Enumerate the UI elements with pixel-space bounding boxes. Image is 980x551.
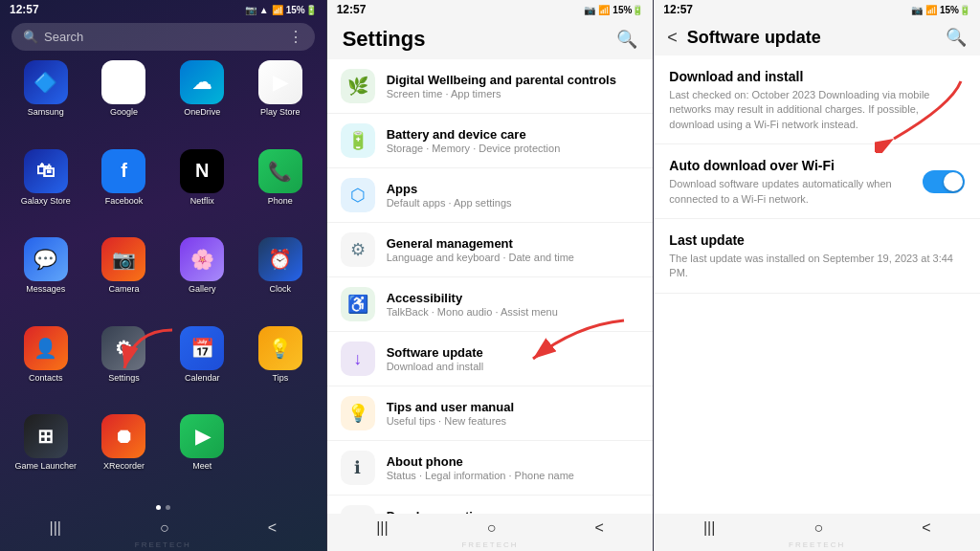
app-icon-galaxystore: 🛍	[24, 149, 68, 193]
settings-sub-digitalwellbeing: Screen time · App timers	[387, 88, 640, 99]
app-item-tips[interactable]: 💡Tips	[244, 326, 317, 409]
toggle-autodownload[interactable]	[923, 170, 965, 193]
watermark-2: FREETECH	[327, 540, 654, 551]
app-item-clock[interactable]: ⏰Clock	[244, 237, 317, 320]
battery-icon-2: 15%🔋	[612, 5, 643, 15]
back-button[interactable]: <	[667, 28, 678, 48]
nav-home-icon[interactable]: ○	[160, 519, 169, 537]
app-item-messages[interactable]: 💬Messages	[10, 237, 82, 320]
app-label-facebook: Facebook	[105, 196, 144, 206]
settings-item-aboutphone[interactable]: ℹAbout phoneStatus · Legal information ·…	[327, 441, 654, 496]
app-item-gallery[interactable]: 🌸Gallery	[166, 237, 238, 320]
app-label-gallery: Gallery	[189, 284, 216, 294]
settings-item-softwareupdate[interactable]: ↓Software updateDownload and install	[327, 332, 654, 386]
sw-section-autodownload: Auto download over Wi-FiDownload softwar…	[654, 144, 980, 219]
nav-bar-panel3: ||| ○ <	[654, 514, 980, 540]
settings-name-battery: Battery and device care	[387, 127, 640, 142]
app-item-phone[interactable]: 📞Phone	[244, 149, 317, 232]
settings-search-icon[interactable]: 🔍	[616, 29, 637, 50]
software-update-panel: 12:57 📷 📶 15%🔋 < Software update 🔍 Downl…	[654, 0, 980, 551]
app-item-xrecorder[interactable]: ⏺XRecorder	[88, 414, 161, 497]
app-label-clock: Clock	[270, 284, 292, 294]
app-label-xrecorder: XRecorder	[103, 461, 145, 471]
settings-item-tips[interactable]: 💡Tips and user manualUseful tips · New f…	[327, 386, 654, 441]
settings-name-aboutphone: About phone	[387, 454, 640, 469]
settings-item-accessibility[interactable]: ♿AccessibilityTalkBack · Mono audio · As…	[327, 277, 654, 332]
settings-list: 🌿Digital Wellbeing and parental controls…	[327, 59, 654, 514]
app-label-galaxystore: Galaxy Store	[21, 196, 71, 206]
settings-icon-tips: 💡	[341, 396, 375, 430]
settings-icon-accessibility: ♿	[341, 287, 375, 321]
sw-search-icon[interactable]: 🔍	[946, 27, 967, 48]
settings-icon-general: ⚙	[341, 232, 375, 267]
sw-section-sub-lastupdate: The last update was installed on Septemb…	[669, 252, 965, 281]
nav-back-icon-3[interactable]: <	[922, 519, 930, 537]
app-item-playstore[interactable]: ▶Play Store	[244, 60, 317, 143]
nav-recent-icon[interactable]: |||	[50, 519, 61, 537]
settings-text-aboutphone: About phoneStatus · Legal information · …	[387, 454, 640, 481]
app-label-meet: Meet	[192, 461, 212, 471]
app-icon-calendar: 📅	[180, 326, 224, 370]
settings-sub-aboutphone: Status · Legal information · Phone name	[387, 470, 640, 481]
app-label-phone: Phone	[268, 196, 293, 206]
settings-item-general[interactable]: ⚙General managementLanguage and keyboard…	[327, 223, 654, 277]
app-icon-gallery: 🌸	[180, 237, 224, 281]
app-icon-gamelauncher: ⊞	[24, 414, 68, 458]
settings-name-general: General management	[387, 236, 640, 251]
app-icon-google: G	[101, 60, 145, 104]
settings-text-general: General managementLanguage and keyboard …	[387, 236, 640, 263]
settings-panel: 12:57 📷 📶 15%🔋 Settings 🔍 🌿Digital Wellb…	[327, 0, 654, 551]
app-item-calendar[interactable]: 📅Calendar	[166, 326, 238, 409]
time-display-3: 12:57	[663, 3, 693, 16]
camera-indicator-icon-2: 📷	[584, 5, 595, 15]
app-item-google[interactable]: GGoogle	[88, 60, 161, 143]
app-label-netflix: Netflix	[190, 196, 214, 206]
app-icon-camera: 📷	[101, 237, 145, 281]
sw-section-downloadinstall[interactable]: Download and installLast checked on: Oct…	[654, 55, 980, 144]
status-icons-3: 📷 📶 15%🔋	[911, 5, 970, 15]
nav-recent-icon-3[interactable]: |||	[703, 519, 715, 537]
settings-icon-battery: 🔋	[341, 123, 375, 158]
nav-home-icon-2[interactable]: ○	[487, 519, 497, 537]
app-item-camera[interactable]: 📷Camera	[88, 237, 161, 320]
nav-home-icon-3[interactable]: ○	[813, 519, 823, 537]
app-item-galaxystore[interactable]: 🛍Galaxy Store	[10, 149, 82, 232]
app-item-contacts[interactable]: 👤Contacts	[10, 326, 82, 409]
settings-name-tips: Tips and user manual	[387, 400, 640, 414]
app-icon-clock: ⏰	[258, 237, 302, 281]
settings-item-apps[interactable]: ⬡AppsDefault apps · App settings	[327, 168, 654, 223]
nav-back-icon-2[interactable]: <	[594, 519, 603, 537]
settings-text-apps: AppsDefault apps · App settings	[387, 182, 640, 209]
app-item-settings[interactable]: ⚙Settings	[88, 326, 161, 409]
app-icon-playstore: ▶	[258, 60, 302, 104]
sw-section-title-autodownload: Auto download over Wi-Fi	[669, 158, 911, 173]
sw-section-lastupdate: Last updateThe last update was installed…	[654, 219, 980, 294]
page-indicator	[0, 501, 326, 514]
nav-back-icon[interactable]: <	[268, 519, 277, 537]
app-item-onedrive[interactable]: ☁OneDrive	[166, 60, 238, 143]
app-item-gamelauncher[interactable]: ⊞Game Launcher	[10, 414, 82, 497]
more-options-icon[interactable]: ⋮	[288, 28, 303, 46]
app-label-google: Google	[110, 107, 138, 117]
nav-recent-icon-2[interactable]: |||	[376, 519, 388, 537]
app-icon-samsung: 🔷	[24, 60, 68, 104]
app-item-netflix[interactable]: NNetflix	[166, 149, 238, 232]
app-icon-meet: ▶	[180, 414, 224, 458]
settings-sub-battery: Storage · Memory · Device protection	[387, 143, 640, 154]
settings-item-developer[interactable]: ⚙Developer optionsDeveloper options	[327, 496, 654, 514]
signal-icon-3: 📶	[925, 5, 937, 15]
app-label-tips: Tips	[273, 373, 289, 383]
app-item-meet[interactable]: ▶Meet	[166, 414, 238, 497]
app-item-samsung[interactable]: 🔷Samsung	[10, 60, 82, 143]
settings-item-battery[interactable]: 🔋Battery and device careStorage · Memory…	[327, 114, 654, 168]
app-item-facebook[interactable]: fFacebook	[88, 149, 161, 232]
app-icon-facebook: f	[101, 149, 145, 193]
app-label-contacts: Contacts	[29, 373, 63, 383]
app-grid: 🔷SamsungGGoogle☁OneDrive▶Play Store🛍Gala…	[0, 56, 326, 501]
camera-indicator-icon-3: 📷	[911, 5, 923, 15]
search-bar[interactable]: 🔍 Search ⋮	[11, 23, 315, 51]
settings-item-digitalwellbeing[interactable]: 🌿Digital Wellbeing and parental controls…	[327, 59, 654, 114]
nav-bar-panel1: ||| ○ <	[0, 514, 326, 540]
sw-title: Software update	[687, 28, 936, 48]
app-label-calendar: Calendar	[185, 373, 220, 383]
